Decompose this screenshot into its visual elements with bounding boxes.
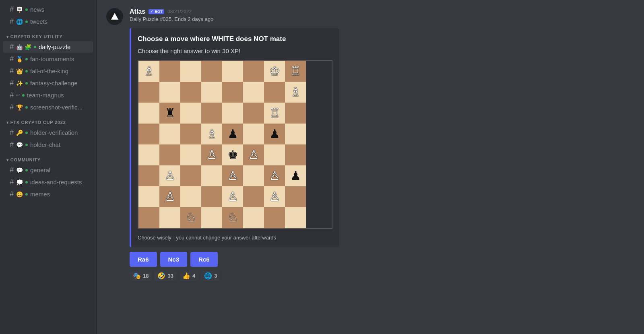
reaction-emoji-3: 🌐 xyxy=(204,272,212,280)
move-button-ra6[interactable]: Ra6 xyxy=(130,252,157,267)
chess-cell xyxy=(138,144,159,165)
sidebar-item-holder-chat[interactable]: # 💬 holder-chat xyxy=(3,139,93,151)
hash-icon: # xyxy=(10,140,14,149)
chess-cell xyxy=(159,124,180,144)
sidebar: # 🪧 news # 🌐 tweets CRYPTO KEY UTILITY #… xyxy=(0,0,97,334)
hash-icon: # xyxy=(10,43,14,51)
reaction-3[interactable]: 🌐 3 xyxy=(201,271,220,281)
move-button-nc3[interactable]: Nc3 xyxy=(160,252,188,267)
move-buttons-row: Ra6 Nc3 Rc6 xyxy=(130,252,634,267)
hash-icon: # xyxy=(10,166,14,174)
sidebar-item-fantasy-challenge[interactable]: # ✨ fantasy-challenge xyxy=(3,77,93,89)
reaction-count-3: 3 xyxy=(214,273,217,279)
chess-cell xyxy=(180,186,201,207)
bot-avatar-icon xyxy=(109,11,120,22)
chess-cell xyxy=(243,165,264,186)
chess-cell xyxy=(180,103,201,124)
chess-cell xyxy=(159,144,180,165)
sidebar-item-fan-tournaments[interactable]: # 🥇 fan-tournaments xyxy=(3,53,93,65)
chess-cell xyxy=(264,207,285,228)
chess-cell: ♔ xyxy=(264,61,285,82)
sidebar-item-fall-of-the-king[interactable]: # 👑 fall-of-the-king xyxy=(3,65,93,77)
sidebar-item-news[interactable]: # 🪧 news xyxy=(3,4,93,15)
chess-cell xyxy=(201,165,222,186)
author-row: Atlas ✓ BOT 08/21/2022 xyxy=(130,8,213,15)
chess-cell xyxy=(138,124,159,144)
chess-cell xyxy=(285,124,306,144)
sidebar-item-ideas-and-requests[interactable]: # 💭 ideas-and-requests xyxy=(3,176,93,188)
reaction-emoji-0: 🎭 xyxy=(133,272,141,280)
chess-cell: ♚ xyxy=(222,144,243,165)
reaction-0[interactable]: 🎭 18 xyxy=(130,271,152,281)
chess-cell: ♗ xyxy=(285,82,306,103)
chess-cell xyxy=(180,165,201,186)
hash-icon: # xyxy=(10,67,14,75)
chess-cell xyxy=(201,207,222,228)
reaction-2[interactable]: 👍 4 xyxy=(179,271,198,281)
chess-cell: ♙ xyxy=(264,165,285,186)
category-community[interactable]: COMMUNITY xyxy=(0,151,96,164)
chess-cell xyxy=(201,186,222,207)
move-button-rc6[interactable]: Rc6 xyxy=(190,252,218,267)
chess-cell xyxy=(201,82,222,103)
chess-cell: ♘ xyxy=(222,207,243,228)
chess-cell xyxy=(180,144,201,165)
sidebar-item-memes[interactable]: # 😄 memes xyxy=(3,188,93,200)
chess-cell xyxy=(243,124,264,144)
hash-icon: # xyxy=(10,17,14,26)
chess-cell xyxy=(180,61,201,82)
main-content: Atlas ✓ BOT 08/21/2022 Daily Puzzle #025… xyxy=(97,0,644,334)
reaction-count-2: 4 xyxy=(192,273,195,279)
chess-cell xyxy=(243,207,264,228)
hash-icon: # xyxy=(10,79,14,87)
hash-icon: # xyxy=(10,91,14,99)
sidebar-item-screenshot-verific[interactable]: # 🏆 screenshot-verific... xyxy=(3,101,93,113)
reaction-emoji-2: 👍 xyxy=(182,272,190,280)
embed-title: Choose a move where WHITE does NOT mate xyxy=(138,35,332,43)
chess-cell xyxy=(222,61,243,82)
sidebar-item-tweets[interactable]: # 🌐 tweets xyxy=(3,16,93,27)
sidebar-item-daily-puzzle[interactable]: # 🤖 🧩 daily-puzzle xyxy=(3,41,93,53)
chess-cell xyxy=(180,124,201,144)
chess-cell xyxy=(159,82,180,103)
chess-cell xyxy=(222,103,243,124)
sidebar-item-general[interactable]: # 💬 general xyxy=(3,164,93,176)
chess-cell: ♖ xyxy=(264,103,285,124)
chess-cell xyxy=(201,103,222,124)
hash-icon: # xyxy=(10,103,14,111)
chess-cell xyxy=(285,144,306,165)
hash-icon: # xyxy=(10,178,14,186)
chess-cell xyxy=(201,61,222,82)
chess-cell: ♖ xyxy=(285,61,306,82)
chess-cell: ♟ xyxy=(285,165,306,186)
category-ftx-crypto-cup[interactable]: FTX CRYPTO CUP 2022 xyxy=(0,113,96,126)
chess-cell xyxy=(285,103,306,124)
chess-cell xyxy=(159,207,180,228)
chess-cell: ♟ xyxy=(264,124,285,144)
hash-icon: # xyxy=(10,5,14,14)
chess-cell: ♙ xyxy=(243,144,264,165)
hash-icon: # xyxy=(10,128,14,137)
chess-cell xyxy=(138,82,159,103)
hash-icon: # xyxy=(10,55,14,63)
embed-description: Choose the right answer to win 30 XP! xyxy=(138,47,332,54)
chess-cell xyxy=(138,103,159,124)
category-crypto-key-utility[interactable]: CRYPTO KEY UTILITY xyxy=(0,28,96,41)
sidebar-item-team-magnus[interactable]: # ↩ team-magnus xyxy=(3,89,93,101)
chess-cell xyxy=(243,82,264,103)
chess-cell: ♙ xyxy=(222,186,243,207)
message-meta: Atlas ✓ BOT 08/21/2022 Daily Puzzle #025… xyxy=(130,8,213,22)
chess-cell xyxy=(285,186,306,207)
chess-cell xyxy=(243,61,264,82)
chess-cell: ♗ xyxy=(138,61,159,82)
chess-cell: ♗ xyxy=(201,124,222,144)
reaction-count-1: 33 xyxy=(167,273,173,279)
chess-cell xyxy=(159,61,180,82)
chess-cell xyxy=(138,207,159,228)
reaction-1[interactable]: 🤣 33 xyxy=(154,271,176,281)
chess-cell: ♙ xyxy=(159,165,180,186)
message-embed: Choose a move where WHITE does NOT mate … xyxy=(130,28,339,247)
message-header: Atlas ✓ BOT 08/21/2022 Daily Puzzle #025… xyxy=(106,8,634,25)
chess-cell: ♙ xyxy=(201,144,222,165)
sidebar-item-holder-verification[interactable]: # 🔑 holder-verification xyxy=(3,127,93,138)
